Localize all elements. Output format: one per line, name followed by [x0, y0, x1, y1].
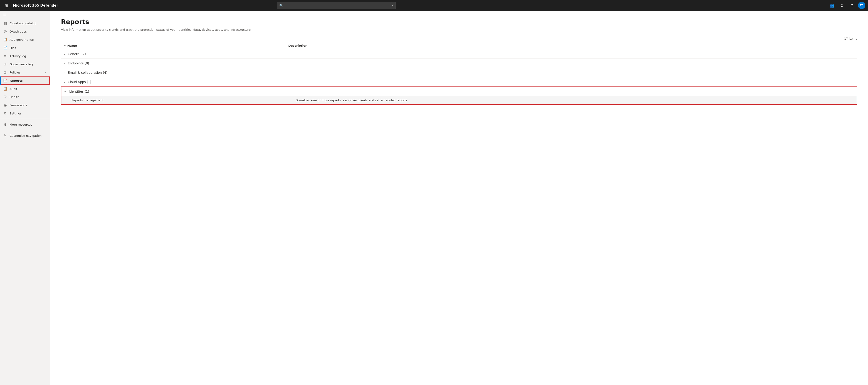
col-header-name[interactable]: ∨ Name — [61, 42, 286, 49]
sub-item-desc-reports-management: Download one or more reports, assign rec… — [286, 96, 857, 105]
app-title: Microsoft 365 Defender — [13, 3, 58, 7]
cloud-app-catalog-icon: ▦ — [3, 21, 7, 25]
permissions-icon: ◉ — [3, 103, 7, 107]
sidebar-label-settings: Settings — [9, 112, 46, 115]
sidebar-item-app-governance[interactable]: 📋 App governance — [0, 35, 50, 44]
col-name-label: Name — [67, 44, 77, 47]
category-row-identities[interactable]: ∨ Identities (1) — [61, 87, 857, 96]
sidebar-item-audit[interactable]: 📋 Audit — [0, 85, 50, 93]
sidebar-label-oauth-apps: OAuth apps — [9, 30, 46, 33]
page-subtitle: View information about security trends a… — [61, 28, 857, 31]
health-icon: ♡ — [3, 95, 7, 99]
sidebar-label-audit: Audit — [9, 87, 46, 91]
category-name-endpoints: › Endpoints (8) — [61, 59, 286, 68]
files-icon: 📄 — [3, 46, 7, 50]
sidebar-label-customize-navigation: Customize navigation — [9, 134, 46, 138]
category-name-email-collaboration: › Email & collaboration (4) — [61, 68, 286, 77]
category-desc-general — [286, 49, 857, 59]
oauth-apps-icon: ◎ — [3, 29, 7, 33]
sidebar-divider-bottom — [0, 119, 50, 119]
category-name-general: › General (2) — [61, 49, 286, 59]
search-icon: 🔍 — [279, 4, 283, 7]
avatar[interactable]: TA — [858, 2, 865, 9]
sidebar-label-app-governance: App governance — [9, 38, 46, 41]
expand-icon-cloud-apps: › — [64, 81, 65, 84]
help-button[interactable]: ? — [848, 1, 856, 9]
policies-icon: ⊡ — [3, 70, 7, 75]
sidebar-label-reports: Reports — [9, 79, 46, 82]
category-row-email-collaboration[interactable]: › Email & collaboration (4) — [61, 68, 857, 77]
col-header-description: Description — [286, 42, 857, 49]
hamburger-icon: ☰ — [3, 13, 6, 17]
sidebar-item-more-resources[interactable]: ⊕ More resources — [0, 120, 50, 128]
layout: ☰ ▦ Cloud app catalog ◎ OAuth apps 📋 App… — [0, 11, 868, 385]
sidebar-label-policies: Policies — [9, 71, 42, 74]
topbar: ⊞ Microsoft 365 Defender 🔍 ✕ 👥 ⚙ ? TA — [0, 0, 868, 11]
expand-icon-email-collaboration: › — [64, 71, 65, 75]
sidebar-item-customize-navigation[interactable]: ✎ Customize navigation — [0, 131, 50, 140]
settings-nav-icon: ⚙ — [3, 111, 7, 115]
search-clear-icon[interactable]: ✕ — [392, 4, 394, 7]
sidebar-label-cloud-app-catalog: Cloud app catalog — [9, 22, 46, 25]
item-count: 17 items — [61, 37, 857, 40]
sidebar: ☰ ▦ Cloud app catalog ◎ OAuth apps 📋 App… — [0, 11, 50, 385]
reports-icon: 📈 — [3, 79, 7, 83]
sidebar-label-activity-log: Activity log — [9, 54, 46, 58]
sidebar-item-policies[interactable]: ⊡ Policies ∨ — [0, 68, 50, 77]
sort-desc-icon: ∨ — [64, 44, 66, 47]
main-content: Reports View information about security … — [50, 11, 868, 385]
sidebar-label-more-resources: More resources — [9, 123, 46, 126]
sidebar-item-governance-log[interactable]: ⊞ Governance log — [0, 60, 50, 68]
page-title: Reports — [61, 18, 857, 26]
reports-table: ∨ Name Description › General (2) — [61, 42, 857, 105]
governance-log-icon: ⊞ — [3, 62, 7, 66]
expand-icon-general: › — [64, 53, 65, 56]
sidebar-item-permissions[interactable]: ◉ Permissions — [0, 101, 50, 109]
sub-row-reports-management[interactable]: Reports management Download one or more … — [61, 96, 857, 105]
expand-icon-endpoints: › — [64, 62, 65, 65]
category-row-general[interactable]: › General (2) — [61, 49, 857, 59]
sidebar-item-health[interactable]: ♡ Health — [0, 93, 50, 101]
sidebar-label-permissions: Permissions — [9, 103, 46, 107]
sidebar-label-files: Files — [9, 46, 46, 50]
audit-icon: 📋 — [3, 87, 7, 91]
sub-item-name-reports-management: Reports management — [61, 96, 286, 105]
category-name-identities: ∨ Identities (1) — [61, 87, 286, 96]
topbar-actions: 👥 ⚙ ? TA — [828, 1, 865, 9]
expand-icon-identities: ∨ — [64, 90, 66, 93]
category-desc-cloud-apps — [286, 77, 857, 87]
category-row-endpoints[interactable]: › Endpoints (8) — [61, 59, 857, 68]
sidebar-item-oauth-apps[interactable]: ◎ OAuth apps — [0, 27, 50, 35]
activity-log-icon: ≡ — [3, 54, 7, 58]
category-desc-email-collaboration — [286, 68, 857, 77]
table-header-row: ∨ Name Description — [61, 42, 857, 49]
sidebar-item-cloud-app-catalog[interactable]: ▦ Cloud app catalog — [0, 19, 50, 27]
more-resources-icon: ⊕ — [3, 122, 7, 126]
community-button[interactable]: 👥 — [828, 1, 836, 9]
sidebar-item-settings[interactable]: ⚙ Settings — [0, 109, 50, 117]
sidebar-item-activity-log[interactable]: ≡ Activity log — [0, 52, 50, 60]
settings-button[interactable]: ⚙ — [838, 1, 846, 9]
sidebar-label-health: Health — [9, 95, 46, 99]
sidebar-label-governance-log: Governance log — [9, 63, 46, 66]
customize-navigation-icon: ✎ — [3, 134, 7, 138]
sidebar-item-files[interactable]: 📄 Files — [0, 44, 50, 52]
search-bar: 🔍 ✕ — [278, 2, 396, 9]
app-governance-icon: 📋 — [3, 37, 7, 42]
sidebar-item-reports[interactable]: 📈 Reports — [0, 77, 50, 85]
category-desc-identities — [286, 87, 857, 96]
sidebar-divider-customize — [0, 130, 50, 130]
policies-chevron-icon: ∨ — [45, 71, 46, 74]
category-desc-endpoints — [286, 59, 857, 68]
category-name-cloud-apps: › Cloud Apps (1) — [61, 77, 286, 87]
category-row-cloud-apps[interactable]: › Cloud Apps (1) — [61, 77, 857, 87]
sidebar-toggle[interactable]: ☰ — [0, 11, 50, 19]
search-input[interactable] — [278, 2, 396, 9]
waffle-icon[interactable]: ⊞ — [3, 2, 10, 9]
